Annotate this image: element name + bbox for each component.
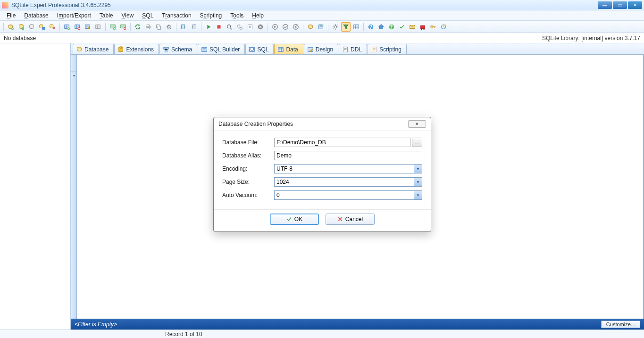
dialog-close-icon[interactable]: ✕ (408, 120, 426, 128)
menu-help[interactable]: Help (248, 11, 268, 20)
info-bar: No database SQLite Library: [internal] v… (0, 33, 644, 43)
menu-scripting[interactable]: Scripting (196, 11, 226, 20)
svg-point-44 (421, 29, 422, 30)
cancel-icon[interactable] (256, 22, 265, 32)
grid-icon[interactable] (351, 22, 361, 32)
menu-sql[interactable]: SQL (138, 11, 157, 20)
begin-transaction-icon[interactable] (270, 22, 280, 32)
replace-icon[interactable] (235, 22, 244, 32)
titlebar: SQLite Expert Professional 3.4.65.2295 —… (0, 0, 644, 10)
status-bar: Record 1 of 10 (0, 330, 644, 338)
pagesize-combo[interactable]: 1024▼ (274, 177, 422, 187)
maximize-button[interactable]: ▭ (613, 1, 627, 9)
database-tree[interactable] (0, 43, 71, 330)
minimize-button[interactable]: — (598, 1, 612, 9)
filter-bar: <Filter is Empty> Customize... (71, 319, 644, 330)
content-tabs: Database Extensions Schema SQL Builder S… (71, 43, 644, 55)
home-icon[interactable] (376, 22, 386, 32)
menu-import-export[interactable]: Import/Export (53, 11, 95, 20)
menu-file[interactable]: File (3, 11, 19, 20)
commit-icon[interactable] (281, 22, 290, 32)
autovacuum-combo[interactable]: 0▼ (274, 190, 422, 200)
window-title: SQLite Expert Professional 3.4.65.2295 (11, 2, 111, 8)
database-alias-input[interactable] (274, 151, 422, 160)
svg-rect-61 (372, 47, 376, 52)
delete-view-icon[interactable] (118, 22, 128, 32)
svg-rect-52 (164, 47, 166, 49)
help-icon[interactable]: ? (366, 22, 376, 32)
ok-button[interactable]: OK (270, 214, 319, 225)
settings-icon[interactable] (164, 22, 174, 32)
browse-button[interactable]: ... (412, 138, 422, 147)
import-icon[interactable] (179, 22, 188, 32)
refresh-icon[interactable] (133, 22, 142, 32)
mail-icon[interactable] (408, 22, 417, 32)
menu-tools[interactable]: Tools (226, 11, 247, 20)
tab-schema[interactable]: Schema (159, 44, 197, 54)
stop-icon[interactable] (214, 22, 224, 32)
reindex-icon[interactable] (316, 22, 326, 32)
new-database-icon[interactable] (6, 22, 16, 32)
menu-transaction[interactable]: Transaction (158, 11, 195, 20)
database-file-input[interactable] (274, 138, 410, 147)
rollback-icon[interactable] (291, 22, 301, 32)
check-icon[interactable] (397, 22, 407, 32)
cart-icon[interactable] (418, 22, 427, 32)
tab-sql-builder[interactable]: SQL Builder (198, 44, 245, 54)
svg-rect-55 (202, 47, 207, 51)
new-table-icon[interactable] (62, 22, 72, 32)
tab-sql[interactable]: SQLSQL (245, 44, 274, 54)
open-database-icon[interactable] (17, 22, 26, 32)
grid-gutter: ▾ (71, 55, 77, 319)
check-icon (286, 216, 292, 222)
tab-design[interactable]: Design (304, 44, 338, 54)
database-alias-label: Database Alias: (222, 152, 274, 159)
attach-database-icon[interactable] (37, 22, 47, 32)
filter-icon[interactable] (341, 22, 351, 32)
menu-database[interactable]: Database (20, 11, 52, 20)
svg-rect-19 (147, 25, 149, 26)
svg-text:SQL: SQL (249, 46, 255, 52)
empty-table-icon[interactable] (93, 22, 103, 32)
print-icon[interactable] (143, 22, 153, 32)
options-icon[interactable] (331, 22, 340, 32)
close-database-icon[interactable] (27, 22, 36, 32)
menu-view[interactable]: View (117, 11, 137, 20)
cancel-button[interactable]: Cancel (326, 214, 375, 225)
tab-database[interactable]: Database (73, 44, 114, 54)
svg-rect-22 (158, 26, 160, 29)
key-icon[interactable] (428, 22, 438, 32)
tab-extensions[interactable]: Extensions (114, 44, 159, 54)
svg-rect-25 (192, 25, 196, 29)
customize-button[interactable]: Customize... (601, 321, 640, 328)
app-icon (2, 2, 8, 8)
svg-text:?: ? (369, 24, 372, 29)
tab-ddl[interactable]: DDL (339, 44, 367, 54)
web-icon[interactable] (387, 22, 396, 32)
export-icon[interactable] (189, 22, 199, 32)
dialog-titlebar[interactable]: Database Creation Properties ✕ (214, 117, 431, 131)
copy-icon[interactable] (154, 22, 163, 32)
detach-database-icon[interactable] (48, 22, 57, 32)
delete-table-icon[interactable] (73, 22, 82, 32)
encoding-combo[interactable]: UTF-8▼ (274, 164, 422, 173)
find-icon[interactable] (225, 22, 234, 32)
tab-scripting[interactable]: Scripting (368, 44, 407, 54)
svg-point-23 (167, 25, 170, 28)
script-icon[interactable] (245, 22, 255, 32)
tab-data[interactable]: Data (274, 44, 303, 54)
rename-table-icon[interactable] (83, 22, 92, 32)
vacuum-icon[interactable] (306, 22, 315, 32)
window-controls: — ▭ ✕ (598, 1, 642, 9)
new-view-icon[interactable] (108, 22, 117, 32)
execute-sql-icon[interactable] (204, 22, 213, 32)
close-button[interactable]: ✕ (628, 1, 642, 9)
menubar: File Database Import/Export Table View S… (0, 10, 644, 21)
pagesize-label: Page Size: (222, 179, 274, 185)
record-counter: Record 1 of 10 (165, 331, 202, 338)
svg-rect-58 (278, 47, 284, 51)
update-icon[interactable] (439, 22, 448, 32)
menu-table[interactable]: Table (96, 11, 117, 20)
svg-rect-54 (165, 50, 167, 52)
svg-rect-43 (421, 25, 425, 28)
